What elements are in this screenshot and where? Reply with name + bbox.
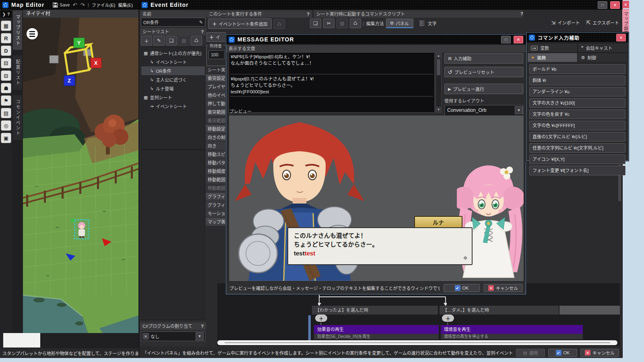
input-assist-button[interactable]: ⊞ 入力補助 (444, 53, 523, 64)
event-panel-item[interactable]: 移動範囲 (206, 184, 227, 193)
close-button[interactable]: ✕ (616, 34, 626, 41)
tab-variables[interactable]: var 変数 (527, 43, 578, 53)
event-panel-item[interactable]: 押して動か (206, 100, 227, 108)
maximize-button[interactable]: □ (501, 36, 511, 43)
event-panel-item[interactable]: グラフィック (206, 201, 227, 210)
sidebar-tab-common-events[interactable]: コモンイベント (13, 95, 22, 140)
sidebar-tab-map-list[interactable]: マップリスト (13, 10, 22, 50)
help-icon[interactable]: ? (307, 10, 310, 18)
controller-icon[interactable]: ⚄ (1, 58, 11, 68)
event-panel-item[interactable]: 衝突範囲 (206, 117, 227, 125)
scroll-up-icon[interactable]: ▲ (436, 53, 441, 58)
sheet-tree-item[interactable]: ▦並列シート (141, 93, 205, 102)
sidebar-tab-placement-list[interactable]: 配置リスト (13, 56, 22, 90)
preview-reset-button[interactable]: ↺ プレビューリセット (444, 67, 523, 77)
sheet-tree-item[interactable]: ↳ルナ登場 (141, 84, 205, 93)
event-panel-item[interactable]: 衝突設定 (206, 74, 227, 83)
delete-condition-button[interactable]: ♺ (274, 19, 285, 29)
assist-item[interactable]: アイコン ¥I[X,Y] (529, 154, 625, 164)
event-panel-item[interactable]: 移動範囲 (206, 176, 227, 184)
add-panel-button[interactable]: ＋ イ (206, 32, 226, 42)
tab-conversation-cast[interactable]: ❞ 会話キャスト (578, 43, 628, 53)
motion-icon[interactable]: ▤ (1, 108, 11, 118)
event-panel-item[interactable]: 移動スピー (206, 150, 227, 159)
assist-item[interactable]: ボールド ¥b (529, 64, 625, 74)
sheet-tree-item[interactable]: ↳イベントシート (141, 58, 205, 66)
camera-icon[interactable]: ☗ (1, 83, 11, 93)
cut-panel-button[interactable]: ✂ (323, 19, 334, 28)
sheet-tree-item[interactable]: ↳OR条件 (141, 66, 205, 75)
cancel-button[interactable]: ✕ キャンセル (580, 349, 619, 357)
assist-item[interactable]: 文字の色を戻す ¥c (529, 109, 625, 119)
message-text-area[interactable]: ¥NPR[ルナ]¥lipspd[0.6]ねぇ、ケン！¥!なんか面白そうなことして… (229, 52, 435, 113)
sheet-tree-item[interactable]: ▦通常シート(上の方が優先) (141, 49, 205, 58)
layout-select[interactable]: Conversation_Orb ▼ (444, 105, 523, 115)
copy-panel-button[interactable]: ❏ (310, 19, 321, 28)
tab-control[interactable]: ⚙ 制御 (578, 53, 628, 62)
assist-item[interactable]: 文字の大きさ ¥z[100] (529, 98, 625, 108)
csharp-dropdown[interactable]: ✕ なし ▼ (141, 331, 205, 341)
assist-item[interactable]: フォント変更 ¥f[フォント名] (529, 166, 625, 175)
chevron-down-icon[interactable]: ▼ (515, 106, 523, 114)
map-menu-icon[interactable] (27, 28, 38, 39)
sheet-tree-item[interactable]: ↳主人公に近づく (141, 75, 205, 84)
branch-label-left[interactable]: 【わかったよ】を選んだ時 (312, 306, 438, 315)
world-search-icon[interactable]: ◎ (1, 120, 11, 131)
event-panel-item[interactable]: 移動設定 (206, 125, 227, 134)
text-mode-button[interactable]: TEXT TEXT TEXT 文字 (415, 19, 441, 28)
close-button[interactable]: ✕ (622, 1, 629, 8)
sheet-name-input[interactable]: OR条件 ✎ (141, 18, 205, 27)
palette-scroll-area[interactable] (3, 333, 40, 348)
maximize-button[interactable]: □ (598, 1, 607, 9)
delete-sheet-button[interactable]: ♺ (191, 36, 202, 45)
save-button[interactable]: Save (53, 2, 70, 8)
assist-item[interactable]: 任意の文字列にルビ ¥r[文字列,ルビ] (529, 143, 625, 153)
event-panel-item[interactable]: グラフィック (206, 193, 227, 201)
horizontal-scrollbar[interactable] (217, 340, 617, 345)
event-panel-item[interactable]: シート実行 (206, 66, 227, 74)
assist-item[interactable]: 斜体 ¥i (529, 76, 625, 85)
event-panel-item[interactable]: 移動パター (206, 159, 227, 167)
vertical-scrollbar[interactable] (618, 161, 621, 282)
scroll-down-icon[interactable]: ▼ (436, 107, 441, 112)
event-panel-item[interactable]: 向き (206, 142, 227, 150)
paste-panel-button[interactable]: ▤ (336, 19, 348, 28)
event-panel-item[interactable]: 他のイベン (206, 91, 227, 100)
event-panel-item[interactable]: 移動頻度 (206, 167, 227, 176)
close-button[interactable]: ✕ (610, 1, 620, 9)
edit-pencil-icon[interactable]: ✎ (199, 20, 203, 25)
menu-edit[interactable]: 編集(E) (118, 2, 133, 8)
panel-mode-button[interactable]: ⧉ パネル (386, 19, 413, 28)
assist-item[interactable]: 直後の1文字にルビ ¥r[ルビ] (529, 132, 625, 142)
command-panel-ambient[interactable]: 環境音を再生 環境音の再生を停止する (441, 325, 583, 339)
command-panel-sfx[interactable]: 効果音の再生 効果音[SE_Decide_05]を再生 (314, 325, 439, 339)
export-button[interactable]: ⇱エクスポート (586, 19, 619, 26)
copy-sheet-button[interactable]: ❏ (166, 36, 177, 45)
menu-file[interactable]: ファイル(E) (92, 2, 116, 8)
money-input[interactable]: 100 (208, 50, 225, 59)
branch-label-right[interactable]: 【…ダメ。】を選んだ時 (440, 306, 559, 315)
import-button[interactable]: ⇲インポート (551, 19, 580, 26)
event-panel-item[interactable]: マップ表示 (206, 218, 227, 226)
event-panel-item[interactable]: プレイヤー (206, 83, 227, 91)
add-sheet-button[interactable]: ＋ (141, 36, 152, 45)
assist-item[interactable]: アンダーライン ¥u (529, 87, 625, 97)
sheet-tree-item[interactable]: ⇒イベントシート (141, 102, 205, 111)
undo-icon[interactable]: ↶ (72, 2, 77, 8)
help-icon[interactable]: ? (201, 323, 204, 330)
event-panel-item[interactable]: 衝突範囲 (206, 108, 227, 117)
help-icon[interactable]: ? (201, 28, 204, 35)
apply-button[interactable]: ▤ 適用 (516, 349, 545, 357)
tool-collapse-box[interactable]: ❯? (0, 10, 12, 18)
ok-button[interactable]: ✔ OK (548, 349, 577, 357)
model-icon[interactable]: D (1, 45, 11, 56)
text-area-scrollbar[interactable]: ▲ ▼ (436, 52, 442, 113)
chevron-down-icon[interactable]: ▼ (196, 332, 204, 340)
edit-sheet-button[interactable]: ✎ (153, 36, 165, 45)
resource-icon[interactable]: R (1, 33, 11, 43)
help-icon[interactable]: ? (520, 11, 523, 16)
tab-decoration[interactable]: ✦ 装飾 (527, 53, 578, 62)
map-viewport[interactable]: ネイテイ村 (23, 10, 138, 333)
screen-icon[interactable]: ⊡ (1, 70, 11, 81)
add-condition-button[interactable]: ＋ イベントシート条件追加 (208, 19, 272, 29)
